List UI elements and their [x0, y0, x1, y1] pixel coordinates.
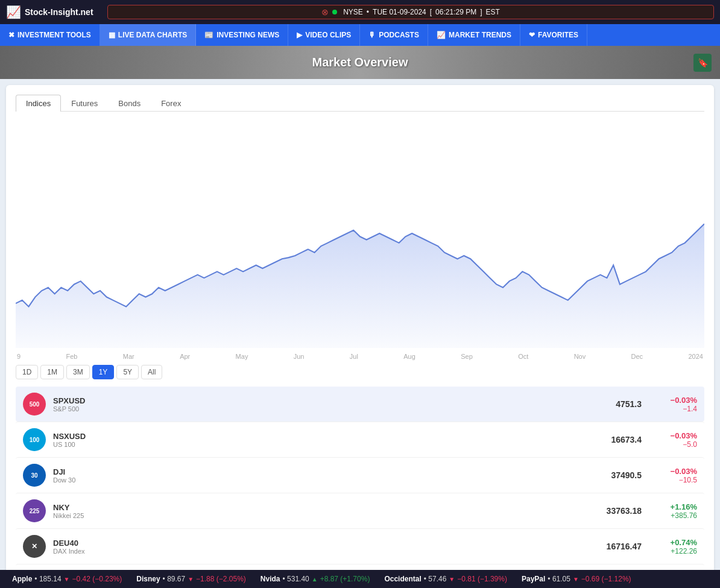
ticker-disney: Disney • 89.67 ▼ −1.88 (−2.05%) [136, 575, 246, 583]
index-info-dji: DJI Dow 30 [53, 467, 580, 484]
index-badge-nky: 225 [23, 499, 46, 522]
time-btn-1y[interactable]: 1Y [92, 365, 115, 379]
tab-indices[interactable]: Indices [16, 95, 61, 112]
chart-area [16, 119, 704, 348]
change-abs-deu40: +122.26 [649, 547, 697, 555]
market-date: TUE 01-09-2024 [373, 8, 426, 16]
index-row-deu40[interactable]: ✕ DEU40 DAX Index 16716.47 +0.74% +122.2… [16, 528, 704, 564]
ticker-price-nvida: • 531.40 [283, 575, 309, 583]
site-name: Stock-Insight.net [25, 7, 93, 17]
change-pct-dji: −0.03% [649, 467, 697, 476]
index-val-spxusd: 4751.3 [587, 399, 642, 409]
bookmark-button[interactable]: 🔖 [693, 54, 712, 72]
index-name-nsxusd: NSXUSD [53, 432, 580, 441]
nav-video-clips-label: VIDEO CLIPS [305, 31, 351, 39]
charts-icon: ▦ [109, 31, 115, 39]
ticker-name-nvida: Nvida [261, 575, 280, 583]
index-row-nky[interactable]: 225 NKY Nikkei 225 33763.18 +1.16% +385.… [16, 493, 704, 528]
nav-live-data-charts[interactable]: ▦ LIVE DATA CHARTS [100, 24, 196, 46]
ticker-name-disney: Disney [136, 575, 160, 583]
change-pct-deu40: +0.74% [649, 538, 697, 547]
tab-futures[interactable]: Futures [61, 95, 108, 112]
index-row-spxusd[interactable]: 500 SPXUSD S&P 500 4751.3 −0.03% −1.4 [16, 387, 704, 422]
time-range: 1D 1M 3M 1Y 5Y All [16, 365, 704, 379]
nav-investment-tools[interactable]: ✖ INVESTMENT TOOLS [0, 24, 100, 46]
index-badge-deu40: ✕ [23, 535, 46, 558]
time-btn-3m[interactable]: 3M [66, 365, 90, 379]
top-bar: 📈 Stock-Insight.net ⊗ NYSE • TUE 01-09-2… [0, 0, 720, 24]
x-label-2024: 2024 [688, 353, 703, 360]
index-row-dji[interactable]: 30 DJI Dow 30 37490.5 −0.03% −10.5 [16, 457, 704, 493]
ticker-occidental: Occidental • 57.46 ▼ −0.81 (−1.39%) [384, 575, 507, 583]
change-abs-nsxusd: −5.0 [649, 440, 697, 449]
x-label-mar: Mar [123, 353, 134, 360]
index-val-dji: 37490.5 [587, 470, 642, 480]
index-info-spxusd: SPXUSD S&P 500 [53, 396, 580, 413]
tab-bonds[interactable]: Bonds [108, 95, 151, 112]
tools-icon: ✖ [8, 31, 14, 39]
change-pct-nky: +1.16% [649, 502, 697, 511]
x-label-jun: Jun [294, 353, 305, 360]
nav-market-trends[interactable]: 📈 MARKET TRENDS [428, 24, 520, 46]
index-change-nky: +1.16% +385.76 [649, 502, 697, 520]
ticker-arrow-apple: ▼ [64, 576, 70, 583]
ticker-change-occidental: −0.81 (−1.39%) [457, 575, 507, 583]
index-name-deu40: DEU40 [53, 539, 580, 548]
change-abs-dji: −10.5 [649, 476, 697, 484]
nav-investing-news-label: INVESTING NEWS [216, 31, 279, 39]
time-btn-5y[interactable]: 5Y [116, 365, 139, 379]
x-label-sep: Sep [461, 353, 473, 360]
index-sub-nsxusd: US 100 [53, 441, 580, 448]
indices-list: 500 SPXUSD S&P 500 4751.3 −0.03% −1.4 10… [16, 387, 704, 588]
chart-svg [16, 119, 704, 348]
change-pct-nsxusd: −0.03% [649, 431, 697, 440]
ticker-change-disney: −1.88 (−2.05%) [196, 575, 246, 583]
nav-podcasts[interactable]: 🎙 PODCASTS [360, 24, 428, 46]
nav-bar: ✖ INVESTMENT TOOLS ▦ LIVE DATA CHARTS 📰 … [0, 24, 720, 46]
index-name-dji: DJI [53, 467, 580, 476]
index-row-nsxusd[interactable]: 100 NSXUSD US 100 16673.4 −0.03% −5.0 [16, 422, 704, 457]
nav-favorites[interactable]: ❤ FAVORITES [520, 24, 587, 46]
index-badge-nsxusd: 100 [23, 428, 46, 451]
nav-podcasts-label: PODCASTS [379, 31, 419, 39]
ticker-tape: Apple • 185.14 ▼ −0.42 (−0.23%) Disney •… [0, 570, 720, 588]
index-badge-spxusd: 500 [23, 393, 46, 416]
time-btn-1d[interactable]: 1D [16, 365, 38, 379]
index-val-nsxusd: 16673.4 [587, 435, 642, 444]
market-bracket-close: ] [480, 8, 482, 16]
ticker-name-occidental: Occidental [384, 575, 421, 583]
index-change-deu40: +0.74% +122.26 [649, 538, 697, 555]
ticker-inner: Apple • 185.14 ▼ −0.42 (−0.23%) Disney •… [0, 575, 631, 583]
x-label-apr: Apr [180, 353, 190, 360]
change-abs-nky: +385.76 [649, 511, 697, 520]
nav-investing-news[interactable]: 📰 INVESTING NEWS [196, 24, 288, 46]
time-btn-1m[interactable]: 1M [40, 365, 64, 379]
index-sub-nky: Nikkei 225 [53, 512, 580, 519]
x-label-aug: Aug [403, 353, 415, 360]
x-label-jul: Jul [350, 353, 358, 360]
logo-icon: 📈 [6, 5, 21, 19]
time-btn-all[interactable]: All [141, 365, 162, 379]
ticker-change-nvida: +8.87 (+1.70%) [320, 575, 370, 583]
index-change-dji: −0.03% −10.5 [649, 467, 697, 484]
market-timezone: EST [486, 8, 500, 16]
tab-forex[interactable]: Forex [151, 95, 191, 112]
index-sub-deu40: DAX Index [53, 548, 580, 555]
ticker-arrow-disney: ▼ [188, 576, 194, 583]
index-sub-spxusd: S&P 500 [53, 405, 580, 413]
nav-favorites-label: FAVORITES [538, 31, 578, 39]
chart-header: Market Overview 🔖 [0, 46, 720, 79]
ticker-change-paypal: −0.69 (−1.12%) [581, 575, 631, 583]
market-overview-card: Indices Futures Bonds Forex 9 F [6, 85, 714, 588]
ticker-name-paypal: PayPal [522, 575, 545, 583]
x-label-feb: Feb [66, 353, 77, 360]
main-content: Indices Futures Bonds Forex 9 F [0, 79, 720, 588]
nav-video-clips[interactable]: ▶ VIDEO CLIPS [288, 24, 360, 46]
ticker-apple: Apple • 185.14 ▼ −0.42 (−0.23%) [12, 575, 122, 583]
ticker-arrow-occidental: ▼ [449, 576, 455, 583]
ticker-arrow-paypal: ▼ [573, 576, 579, 583]
ticker-nvida: Nvida • 531.40 ▲ +8.87 (+1.70%) [261, 575, 370, 583]
trends-icon: 📈 [437, 31, 446, 39]
index-info-nsxusd: NSXUSD US 100 [53, 432, 580, 448]
ticker-price-occidental: • 57.46 [424, 575, 447, 583]
